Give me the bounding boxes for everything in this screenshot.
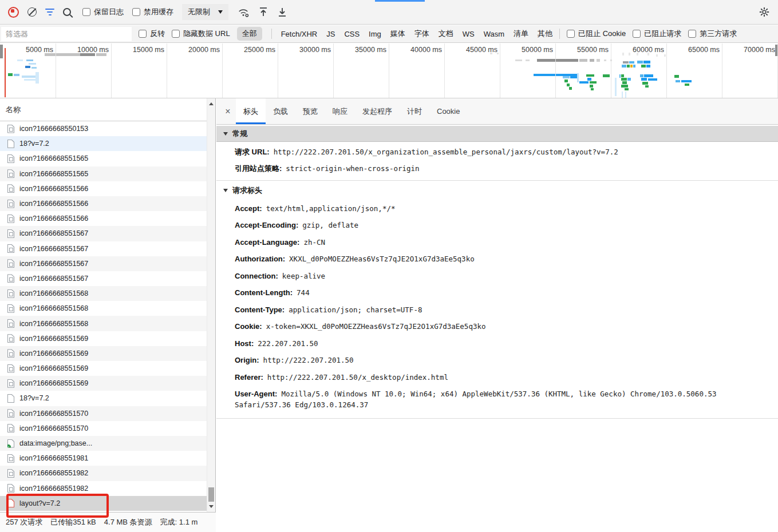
request-row[interactable]: icon?1666668551568: [0, 286, 207, 301]
filter-type--[interactable]: 清单: [514, 29, 528, 39]
request-details-panel: × 标头负载预览响应发起程序计时Cookie 常规 请求 URL:http://…: [216, 98, 778, 532]
request-row[interactable]: icon?1666668551981: [0, 451, 207, 466]
record-button[interactable]: [8, 7, 19, 18]
blocked-cookies-checkbox[interactable]: [567, 30, 575, 38]
import-har-button[interactable]: [258, 6, 268, 18]
request-row[interactable]: icon?1666668551565: [0, 151, 207, 166]
timeline-overview[interactable]: 5000 ms10000 ms15000 ms20000 ms25000 ms3…: [0, 43, 778, 98]
filter-type--[interactable]: 媒体: [390, 29, 405, 39]
waterfall-mark: [590, 81, 597, 84]
record-icon: [8, 7, 19, 18]
request-row[interactable]: icon?1666668551566: [0, 196, 207, 211]
request-row[interactable]: icon?1666668551570: [0, 421, 207, 436]
request-row[interactable]: icon?1666668551565: [0, 166, 207, 181]
tab-负载[interactable]: 负载: [266, 98, 295, 124]
timeline-tick-label: 25000 ms: [225, 46, 275, 54]
waterfall-mark: [646, 65, 650, 68]
request-row[interactable]: icon?1666668551982: [0, 466, 207, 481]
header-value: http://222.207.201.50/x_organization_ass…: [274, 148, 618, 156]
preserve-log-checkbox[interactable]: [82, 8, 90, 16]
name-column-header[interactable]: 名称: [0, 98, 215, 121]
settings-button[interactable]: [759, 6, 770, 18]
filter-type-css[interactable]: CSS: [344, 30, 360, 38]
waterfall-mark: [570, 76, 577, 78]
request-row[interactable]: icon?1666668551568: [0, 301, 207, 316]
filter-type-img[interactable]: Img: [369, 30, 381, 38]
request-row[interactable]: icon?1666668551566: [0, 181, 207, 196]
scroll-down-button[interactable]: [207, 502, 215, 511]
filter-type-ws[interactable]: WS: [463, 30, 475, 38]
request-row[interactable]: icon?1666668550153: [0, 121, 207, 136]
tab-计时[interactable]: 计时: [400, 98, 429, 124]
blocked-cookies-group: 已阻止 Cookie: [567, 29, 626, 39]
header-key: Host:: [235, 339, 254, 348]
request-row[interactable]: 18?v=7.2: [0, 136, 207, 151]
filter-type-all[interactable]: 全部: [237, 27, 262, 41]
throttling-select[interactable]: 无限制: [182, 4, 228, 20]
image-file-icon: [7, 469, 14, 478]
browser-tab-indicator: [375, 0, 425, 2]
file-icon-glyph: [9, 232, 13, 236]
timeline-gridline: [111, 43, 112, 98]
disable-cache-checkbox[interactable]: [132, 8, 140, 16]
close-details-button[interactable]: ×: [220, 106, 236, 117]
request-row[interactable]: icon?1666668551569: [0, 346, 207, 361]
tab-标头[interactable]: 标头: [236, 98, 266, 124]
waterfall-mark: [586, 74, 594, 77]
tab-响应[interactable]: 响应: [325, 98, 355, 124]
request-row[interactable]: icon?1666668551567: [0, 271, 207, 286]
timeline-tick-label: 45000 ms: [447, 46, 497, 54]
header-value: application/json; charset=UTF-8: [289, 305, 422, 314]
waterfall-mark: [615, 78, 617, 96]
request-name: icon?1666668551981: [19, 454, 88, 462]
preserve-log-label: 保留日志: [94, 7, 124, 17]
doc-file-icon: [7, 394, 14, 403]
filter-type--[interactable]: 其他: [538, 29, 552, 39]
request-row[interactable]: icon?1666668551569: [0, 376, 207, 391]
filter-type-fetch-xhr[interactable]: Fetch/XHR: [281, 30, 318, 38]
request-row[interactable]: icon?1666668551567: [0, 256, 207, 271]
scrollbar-thumb[interactable]: [208, 487, 214, 502]
search-icon: [63, 8, 71, 16]
filter-toggle-button[interactable]: [45, 9, 54, 15]
filter-type-js[interactable]: JS: [326, 30, 335, 38]
request-name: icon?1666668551568: [19, 304, 88, 312]
filter-type--[interactable]: 文档: [439, 29, 453, 39]
search-button[interactable]: [63, 8, 74, 16]
filter-input[interactable]: [1, 27, 132, 41]
request-row[interactable]: 18?v=7.2: [0, 391, 207, 406]
header-kv-row: Accept:text/html,application/json,*/*: [216, 200, 778, 217]
third-party-checkbox[interactable]: [688, 30, 696, 38]
header-value: 222.207.201.50: [258, 339, 318, 348]
invert-label: 反转: [150, 29, 165, 39]
blocked-requests-checkbox[interactable]: [633, 30, 641, 38]
filter-type--[interactable]: 字体: [414, 29, 429, 39]
request-headers-section-header[interactable]: 请求标头: [216, 181, 778, 200]
tab-cookie[interactable]: Cookie: [429, 98, 467, 124]
waterfall-mark: [597, 59, 600, 62]
list-scrollbar[interactable]: [207, 98, 215, 512]
waterfall-mark: [579, 81, 589, 84]
filter-type-wasm[interactable]: Wasm: [484, 30, 504, 38]
tab-预览[interactable]: 预览: [295, 98, 325, 124]
request-row[interactable]: icon?1666668551568: [0, 316, 207, 331]
request-row[interactable]: icon?1666668551567: [0, 226, 207, 241]
clear-button[interactable]: [27, 7, 37, 17]
request-row[interactable]: icon?1666668551566: [0, 211, 207, 226]
header-key: Referer:: [235, 373, 263, 382]
request-row[interactable]: icon?1666668551567: [0, 241, 207, 256]
request-row[interactable]: icon?1666668551569: [0, 331, 207, 346]
export-har-button[interactable]: [277, 6, 287, 18]
network-conditions-button[interactable]: [237, 6, 250, 18]
header-value: http://222.207.201.50/x_desktop/index.ht…: [267, 373, 448, 382]
invert-checkbox[interactable]: [139, 30, 147, 38]
request-row[interactable]: ✓data:image/png;base...: [0, 436, 207, 451]
request-row[interactable]: icon?1666668551570: [0, 406, 207, 421]
general-section-header[interactable]: 常规: [216, 126, 778, 142]
timeline-gridline: [389, 43, 389, 98]
request-row[interactable]: icon?1666668551569: [0, 361, 207, 376]
tab-发起程序[interactable]: 发起程序: [355, 98, 400, 124]
scroll-up-button[interactable]: [207, 100, 215, 108]
success-file-icon: ✓: [7, 439, 14, 448]
hide-data-urls-checkbox[interactable]: [172, 30, 180, 38]
